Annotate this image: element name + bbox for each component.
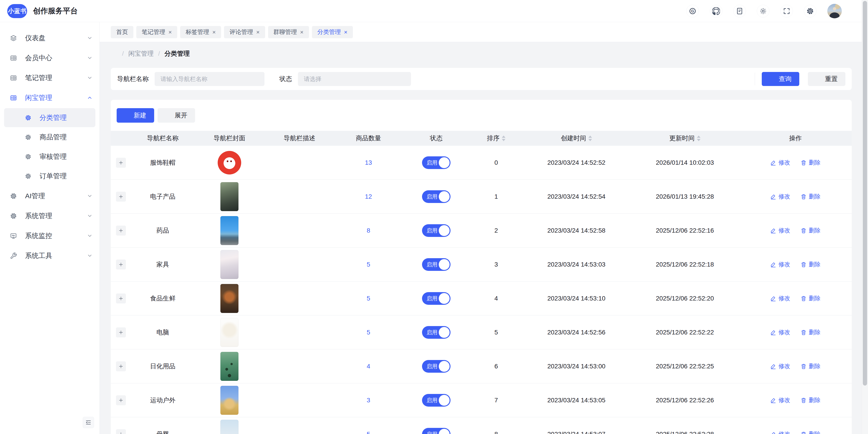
product-count-link[interactable]: 4 bbox=[367, 363, 370, 370]
app-logo[interactable]: 小蓝书 bbox=[7, 4, 27, 18]
sidebar-item-2[interactable]: 笔记管理 bbox=[0, 68, 99, 88]
column-header-7[interactable]: 更新时间 bbox=[631, 134, 739, 143]
delete-button[interactable]: 删除 bbox=[801, 294, 820, 302]
row-expand-button[interactable] bbox=[116, 260, 126, 269]
github-button[interactable] bbox=[710, 5, 722, 18]
edit-button[interactable]: 修改 bbox=[770, 227, 790, 234]
sort-carets[interactable] bbox=[697, 136, 701, 141]
status-toggle[interactable]: 启用 bbox=[422, 292, 451, 305]
status-toggle[interactable]: 启用 bbox=[422, 258, 451, 271]
status-toggle[interactable]: 启用 bbox=[422, 428, 451, 434]
edit-button[interactable]: 修改 bbox=[770, 294, 790, 302]
close-icon[interactable]: × bbox=[256, 29, 259, 35]
sidebar-item-5[interactable]: 系统管理 bbox=[0, 206, 99, 226]
sidebar-item-7[interactable]: 系统工具 bbox=[0, 246, 99, 266]
delete-button[interactable]: 删除 bbox=[801, 227, 820, 234]
sidebar-item-3[interactable]: 闲宝管理 bbox=[0, 88, 99, 108]
delete-button[interactable]: 删除 bbox=[801, 396, 820, 404]
product-count-link[interactable]: 3 bbox=[367, 397, 370, 404]
gitee-button[interactable]: G bbox=[686, 5, 699, 18]
product-count-link[interactable]: 5 bbox=[367, 329, 370, 336]
close-icon[interactable]: × bbox=[212, 29, 216, 35]
product-count-link[interactable]: 5 bbox=[367, 261, 370, 268]
sidebar-item-4[interactable]: AI管理 bbox=[0, 186, 99, 206]
sidebar-subitem-1[interactable]: 商品管理 bbox=[4, 127, 95, 147]
expand-all-button[interactable]: 展开 bbox=[158, 108, 195, 123]
row-expand-button[interactable] bbox=[116, 158, 126, 168]
sidebar-subitem-0[interactable]: 分类管理 bbox=[4, 108, 95, 127]
create-button[interactable]: 新建 bbox=[117, 108, 154, 123]
status-toggle[interactable]: 启用 bbox=[422, 326, 451, 339]
column-header-5[interactable]: 排序 bbox=[470, 134, 522, 143]
close-icon[interactable]: × bbox=[300, 29, 304, 35]
sort-descending-icon[interactable] bbox=[697, 139, 701, 141]
sort-ascending-icon[interactable] bbox=[588, 136, 592, 138]
grid-icon[interactable] bbox=[111, 50, 118, 57]
sort-carets[interactable] bbox=[588, 136, 592, 141]
sort-carets[interactable] bbox=[502, 136, 505, 141]
product-count-link[interactable]: 5 bbox=[367, 431, 370, 434]
edit-button[interactable]: 修改 bbox=[770, 158, 790, 167]
tab-4[interactable]: 群聊管理× bbox=[268, 26, 309, 38]
edit-button[interactable]: 修改 bbox=[770, 362, 790, 370]
tab-0[interactable]: 首页 bbox=[111, 26, 133, 38]
nav-name-input[interactable] bbox=[155, 72, 265, 86]
row-expand-button[interactable] bbox=[116, 192, 126, 202]
sidebar-collapse-button[interactable] bbox=[83, 417, 94, 428]
sidebar-item-6[interactable]: 系统监控 bbox=[0, 226, 99, 246]
edit-button[interactable]: 修改 bbox=[770, 396, 790, 404]
product-count-link[interactable]: 8 bbox=[367, 227, 370, 234]
delete-button[interactable]: 删除 bbox=[801, 430, 820, 434]
row-expand-button[interactable] bbox=[116, 226, 126, 236]
product-count-link[interactable]: 5 bbox=[367, 295, 370, 302]
sidebar-item-0[interactable]: 仪表盘 bbox=[0, 28, 99, 48]
product-count-link[interactable]: 13 bbox=[365, 159, 372, 166]
breadcrumb-parent[interactable]: 闲宝管理 bbox=[128, 49, 154, 58]
status-select[interactable]: 请选择 bbox=[298, 72, 411, 86]
row-expand-button[interactable] bbox=[116, 327, 126, 337]
status-toggle[interactable]: 启用 bbox=[422, 360, 451, 373]
product-count-link[interactable]: 12 bbox=[365, 193, 372, 200]
tab-1[interactable]: 笔记管理× bbox=[136, 26, 177, 38]
edit-button[interactable]: 修改 bbox=[770, 328, 790, 336]
sidebar-subitem-2[interactable]: 审核管理 bbox=[4, 147, 95, 166]
status-toggle[interactable]: 启用 bbox=[422, 190, 451, 203]
sort-descending-icon[interactable] bbox=[588, 139, 592, 141]
search-button[interactable]: 查询 bbox=[762, 72, 799, 86]
row-expand-button[interactable] bbox=[116, 293, 126, 303]
theme-light-button[interactable] bbox=[757, 5, 770, 18]
row-expand-button[interactable] bbox=[116, 395, 126, 405]
settings-button[interactable] bbox=[804, 5, 816, 18]
delete-button[interactable]: 删除 bbox=[801, 193, 820, 201]
close-icon[interactable]: × bbox=[344, 29, 347, 35]
status-toggle[interactable]: 启用 bbox=[422, 156, 451, 169]
close-icon[interactable]: × bbox=[168, 29, 172, 35]
status-toggle[interactable]: 启用 bbox=[422, 224, 451, 237]
user-avatar[interactable] bbox=[827, 4, 842, 18]
delete-button[interactable]: 删除 bbox=[801, 328, 820, 336]
vertical-scrollbar[interactable] bbox=[862, 0, 868, 434]
delete-button[interactable]: 删除 bbox=[801, 158, 820, 167]
wrench-icon bbox=[10, 252, 17, 259]
sort-ascending-icon[interactable] bbox=[502, 136, 505, 138]
reset-button[interactable]: 重置 bbox=[808, 72, 845, 86]
delete-button[interactable]: 删除 bbox=[801, 362, 820, 370]
edit-button[interactable]: 修改 bbox=[770, 193, 790, 201]
sort-ascending-icon[interactable] bbox=[697, 136, 701, 138]
tab-5[interactable]: 分类管理× bbox=[312, 26, 353, 38]
docs-button[interactable] bbox=[733, 5, 746, 18]
edit-button[interactable]: 修改 bbox=[770, 430, 790, 434]
tab-2[interactable]: 标签管理× bbox=[180, 26, 221, 38]
sidebar-subitem-3[interactable]: 订单管理 bbox=[4, 167, 95, 185]
row-expand-button[interactable] bbox=[116, 429, 126, 434]
delete-button[interactable]: 删除 bbox=[801, 260, 820, 268]
column-header-6[interactable]: 创建时间 bbox=[522, 134, 631, 143]
edit-button[interactable]: 修改 bbox=[770, 260, 790, 268]
sort-descending-icon[interactable] bbox=[502, 139, 505, 141]
row-expand-button[interactable] bbox=[116, 361, 126, 371]
scrollbar-thumb[interactable] bbox=[863, 1, 867, 385]
status-toggle[interactable]: 启用 bbox=[422, 394, 451, 407]
fullscreen-button[interactable] bbox=[780, 5, 793, 18]
tab-3[interactable]: 评论管理× bbox=[224, 26, 265, 38]
sidebar-item-1[interactable]: 会员中心 bbox=[0, 48, 99, 68]
